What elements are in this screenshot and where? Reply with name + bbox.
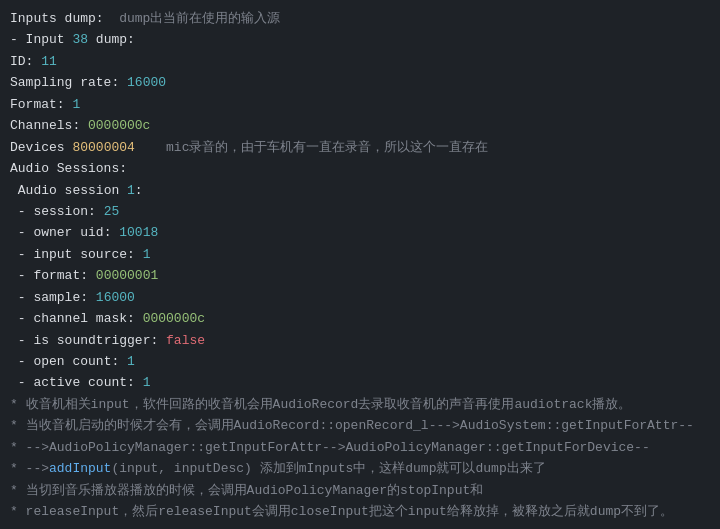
terminal-output: Inputs dump: dump出当前在使用的输入源- Input 38 du… (10, 8, 710, 523)
text-segment: - input source: (10, 247, 143, 262)
text-segment: Audio Sessions: (10, 161, 127, 176)
text-segment: 38 (72, 32, 88, 47)
text-segment: (input, inputDesc) 添加到mInputs中，这样dump就可以… (111, 461, 545, 476)
text-segment: - session: (10, 204, 104, 219)
text-segment: 1 (127, 183, 135, 198)
text-segment: - active count: (10, 375, 143, 390)
text-segment: 25 (104, 204, 120, 219)
line: - owner uid: 10018 (10, 222, 710, 243)
line: - input source: 1 (10, 244, 710, 265)
text-segment: - sample: (10, 290, 96, 305)
line: Channels: 0000000c (10, 115, 710, 136)
text-segment: - open count: (10, 354, 127, 369)
line: * 当切到音乐播放器播放的时候，会调用AudioPolicyManager的st… (10, 480, 710, 501)
line: Sampling rate: 16000 (10, 72, 710, 93)
line: Devices 80000004 mic录音的，由于车机有一直在录音，所以这个一… (10, 137, 710, 158)
text-segment: - channel mask: (10, 311, 143, 326)
line: * 收音机相关input，软件回路的收音机会用AudioRecord去录取收音机… (10, 394, 710, 415)
text-segment: * -->AudioPolicyManager::getInputForAttr… (10, 440, 650, 455)
text-segment: 80000004 (72, 140, 134, 155)
text-segment: * 当收音机启动的时候才会有，会调用AudioRecord::openRecor… (10, 418, 694, 433)
text-segment: Devices (10, 140, 72, 155)
line: * 当收音机启动的时候才会有，会调用AudioRecord::openRecor… (10, 415, 710, 436)
text-segment: 16000 (127, 75, 166, 90)
line: * -->AudioPolicyManager::getInputForAttr… (10, 437, 710, 458)
text-segment: 11 (41, 54, 57, 69)
text-segment: ID: (10, 54, 41, 69)
text-segment: dump出当前在使用的输入源 (119, 11, 280, 26)
text-segment: 00000001 (96, 268, 158, 283)
text-segment: dump: (88, 32, 135, 47)
line: - session: 25 (10, 201, 710, 222)
line: Format: 1 (10, 94, 710, 115)
text-segment: 0000000c (143, 311, 205, 326)
text-segment: - Input (10, 32, 72, 47)
line: - sample: 16000 (10, 287, 710, 308)
text-segment: Sampling rate: (10, 75, 127, 90)
text-segment: 1 (127, 354, 135, 369)
line: - format: 00000001 (10, 265, 710, 286)
text-segment: * 收音机相关input，软件回路的收音机会用AudioRecord去录取收音机… (10, 397, 631, 412)
line: Audio Sessions: (10, 158, 710, 179)
text-segment: * --> (10, 461, 49, 476)
line: - is soundtrigger: false (10, 330, 710, 351)
text-segment: Channels: (10, 118, 88, 133)
text-segment: - is soundtrigger: (10, 333, 166, 348)
line: - active count: 1 (10, 372, 710, 393)
text-segment: * releaseInput，然后releaseInput会调用closeInp… (10, 504, 673, 519)
text-segment: - format: (10, 268, 96, 283)
text-segment: mic录音的，由于车机有一直在录音，所以这个一直存在 (135, 140, 489, 155)
text-segment: 1 (143, 247, 151, 262)
text-segment: 1 (143, 375, 151, 390)
line: Audio session 1: (10, 180, 710, 201)
line: * releaseInput，然后releaseInput会调用closeInp… (10, 501, 710, 522)
line: - channel mask: 0000000c (10, 308, 710, 329)
text-segment: Audio session (10, 183, 127, 198)
text-segment: false (166, 333, 205, 348)
text-segment: - owner uid: (10, 225, 119, 240)
text-segment: 0000000c (88, 118, 150, 133)
line: - Input 38 dump: (10, 29, 710, 50)
text-segment: 10018 (119, 225, 158, 240)
text-segment: * 当切到音乐播放器播放的时候，会调用AudioPolicyManager的st… (10, 483, 483, 498)
line: * -->addInput(input, inputDesc) 添加到mInpu… (10, 458, 710, 479)
text-segment: : (135, 183, 143, 198)
line: Inputs dump: dump出当前在使用的输入源 (10, 8, 710, 29)
text-segment: Format: (10, 97, 72, 112)
line: ID: 11 (10, 51, 710, 72)
text-segment: 1 (72, 97, 80, 112)
text-segment: 16000 (96, 290, 135, 305)
text-segment: addInput (49, 461, 111, 476)
line: - open count: 1 (10, 351, 710, 372)
text-segment: Inputs dump: (10, 11, 119, 26)
